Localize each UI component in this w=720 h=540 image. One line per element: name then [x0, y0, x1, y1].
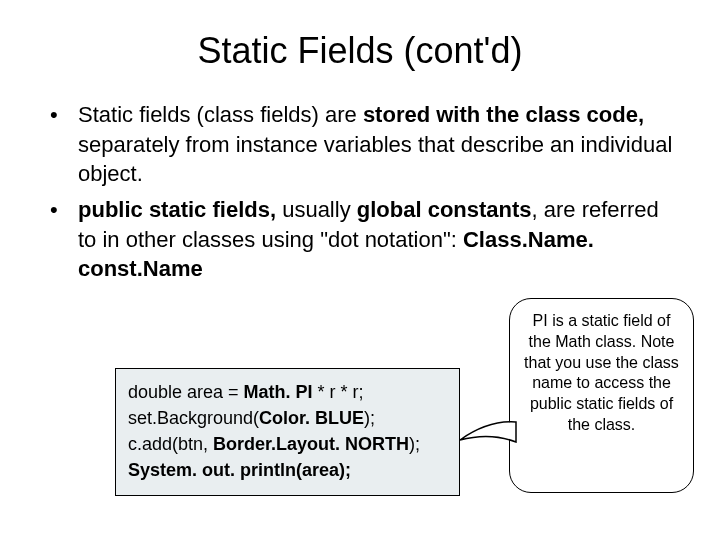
bullet-bold: public static fields,: [78, 197, 276, 222]
code-bold: Color. BLUE: [259, 408, 364, 428]
bullet-bold: stored with the class code,: [363, 102, 644, 127]
code-bold: Border.Layout. NORTH: [213, 434, 409, 454]
bullet-item: public static fields, usually global con…: [40, 195, 680, 284]
callout-text: PI is a static field of the Math class. …: [524, 312, 679, 433]
code-example-box: double area = Math. PI * r * r; set.Back…: [115, 368, 460, 496]
callout: PI is a static field of the Math class. …: [494, 298, 694, 508]
code-line: set.Background(Color. BLUE);: [128, 405, 447, 431]
code-text: c.add(btn,: [128, 434, 213, 454]
bullet-item: Static fields (class fields) are stored …: [40, 100, 680, 189]
code-text: );: [364, 408, 375, 428]
code-text: double area =: [128, 382, 244, 402]
bullet-text: Static fields (class fields) are: [78, 102, 363, 127]
slide-title: Static Fields (cont'd): [40, 30, 680, 72]
bullet-text: separately from instance variables that …: [78, 132, 672, 187]
bullet-list: Static fields (class fields) are stored …: [40, 100, 680, 284]
code-line: System. out. println(area);: [128, 457, 447, 483]
code-line: double area = Math. PI * r * r;: [128, 379, 447, 405]
bullet-bold: global constants: [357, 197, 532, 222]
code-line: c.add(btn, Border.Layout. NORTH);: [128, 431, 447, 457]
code-bold: System. out. println(area);: [128, 460, 351, 480]
code-text: set.Background(: [128, 408, 259, 428]
callout-tail-icon: [458, 418, 518, 448]
code-text: );: [409, 434, 420, 454]
callout-body: PI is a static field of the Math class. …: [509, 298, 694, 493]
code-text: * r * r;: [313, 382, 364, 402]
bullet-text: usually: [276, 197, 357, 222]
code-bold: Math. PI: [244, 382, 313, 402]
